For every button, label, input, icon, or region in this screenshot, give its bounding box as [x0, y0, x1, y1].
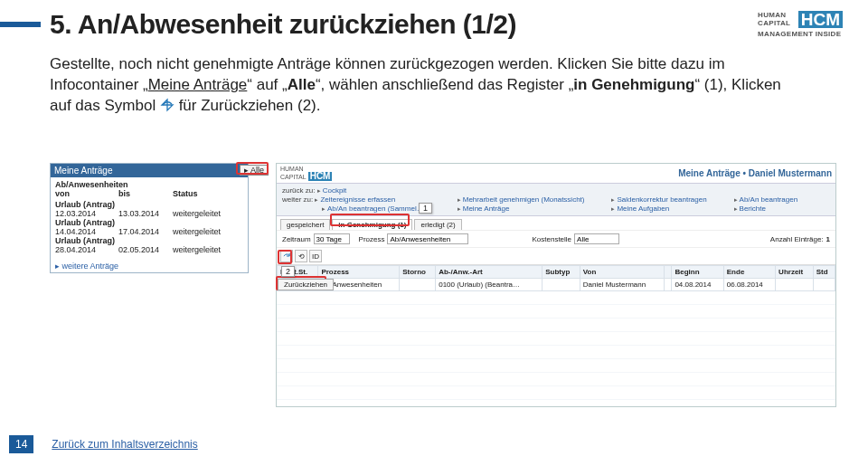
hcm-logo: HUMANCAPITAL HCM MANAGEMENT INSIDE — [758, 11, 843, 38]
zeitraum-input[interactable] — [314, 233, 350, 244]
table-header-row: Kost.St.ProzessStornoAb-/Anw.-ArtSubtypV… — [278, 266, 835, 279]
panel-header: Meine Anträge — [51, 164, 248, 177]
toolbar: ⟲ ID — [277, 248, 835, 265]
screenshots-area: Meine Anträge Ab/Anwesenheiten von bis S… — [50, 163, 836, 407]
slide-footer: 14 Zurück zum Inhaltsverzeichnis — [9, 435, 198, 453]
page-title: 5. An/Abwesenheit zurückziehen (1/2) — [50, 9, 516, 40]
nav-link[interactable]: Berichte — [734, 204, 797, 213]
page-number: 14 — [9, 435, 33, 453]
app-logo-small: HUMANCAPITALHCM — [280, 166, 332, 181]
empty-grid — [277, 291, 835, 400]
main-app-panel: HUMANCAPITALHCM Meine Anträge • Daniel M… — [276, 163, 836, 407]
tab-done[interactable]: erledigt (2) — [414, 219, 461, 230]
callout-1: 1 — [419, 203, 432, 214]
nav-link[interactable]: Cockpit — [317, 186, 347, 195]
nav-link[interactable]: Ab/An beantragen (Sammel…g) — [322, 204, 430, 213]
prozess-input[interactable] — [387, 233, 468, 244]
tab-saved[interactable]: gespeichert — [280, 219, 330, 230]
alle-button[interactable]: ▸ Alle — [240, 165, 269, 176]
withdraw-icon — [160, 98, 175, 112]
table-row[interactable]: 100300Ab/Anwesenheiten0100 (Urlaub) (Bea… — [278, 279, 835, 291]
nav-link[interactable]: Meine Aufgaben — [611, 204, 706, 213]
nav-link[interactable]: Saldenkorrektur beantragen — [611, 195, 706, 204]
nav-links: zurück zu: Cockpit weiter zu: Zeitereign… — [277, 184, 835, 216]
toolbar-button[interactable]: ⟲ — [295, 250, 307, 262]
more-link[interactable]: ▸ weitere Anträge — [51, 260, 248, 272]
toolbar-button[interactable]: ID — [309, 250, 322, 262]
logo-text-3: MANAGEMENT INSIDE — [758, 30, 843, 38]
tab-bar: gespeichert in Genehmigung (1) erledigt … — [277, 216, 835, 230]
instruction-paragraph: Gestellte, noch nicht genehmigte Anträge… — [50, 54, 800, 117]
logo-text-1: HUMANCAPITAL — [758, 11, 790, 27]
withdraw-button[interactable]: Zurückziehen — [278, 279, 334, 290]
app-breadcrumb: Meine Anträge • Daniel Mustermann — [678, 168, 832, 178]
nav-link[interactable]: Meine Anträge — [458, 204, 585, 213]
kst-input[interactable] — [574, 233, 619, 244]
nav-link[interactable]: Zeitereignisse erfassen — [315, 195, 395, 204]
withdraw-icon-button[interactable] — [280, 250, 293, 262]
accent-bar — [0, 22, 41, 27]
filter-row: Zeitraum Prozess Kostenstelle Anzahl Ein… — [277, 230, 835, 248]
meine-antraege-panel: Meine Anträge Ab/Anwesenheiten von bis S… — [50, 163, 249, 273]
toc-link[interactable]: Zurück zum Inhaltsverzeichnis — [52, 438, 197, 451]
panel-col-headers: von bis Status — [55, 189, 243, 198]
callout-2: 2 — [281, 266, 295, 277]
panel-section-title: Ab/Anwesenheiten — [55, 180, 243, 189]
nav-link[interactable]: Mehrarbeit genehmigen (Monatssicht) — [458, 195, 585, 204]
logo-hcm: HCM — [798, 11, 843, 28]
requests-table: Kost.St.ProzessStornoAb-/Anw.-ArtSubtypV… — [277, 265, 835, 291]
list-item: Urlaub (Antrag) 14.04.201417.04.2014weit… — [55, 218, 243, 236]
nav-link[interactable]: Ab/An beantragen — [734, 195, 797, 204]
list-item: Urlaub (Antrag) 12.03.201413.03.2014weit… — [55, 200, 243, 218]
list-item: Urlaub (Antrag) 28.04.201402.05.2014weit… — [55, 236, 243, 254]
tab-in-approval[interactable]: in Genehmigung (1) — [332, 219, 412, 230]
